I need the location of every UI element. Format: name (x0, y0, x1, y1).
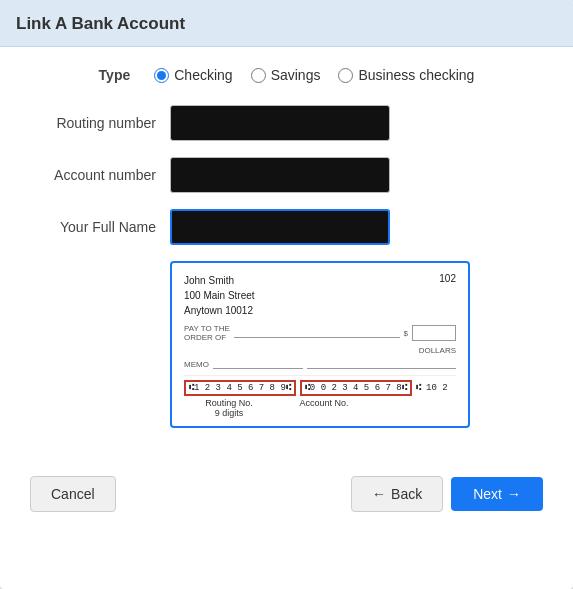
account-input[interactable] (170, 157, 390, 193)
back-button[interactable]: ← Back (351, 476, 443, 512)
next-label: Next (473, 486, 502, 502)
check-owner-name: John Smith (184, 273, 255, 288)
radio-checking-label: Checking (174, 67, 232, 83)
check-pay-line (234, 328, 400, 338)
account-label: Account number (30, 167, 170, 183)
check-pay-row: PAY TO THEORDER OF $ (184, 324, 456, 342)
micr-routing: ⑆1 2 3 4 5 6 7 8 9⑆ (184, 380, 296, 396)
micr-check: ⑆ 10 2 (416, 383, 448, 393)
check-image: John Smith 100 Main Street Anytown 10012… (170, 261, 470, 428)
check-labels-row: Routing No.9 digits Account No. (184, 398, 456, 418)
back-arrow-icon: ← (372, 486, 386, 502)
fullname-input[interactable] (170, 209, 390, 245)
check-top: John Smith 100 Main Street Anytown 10012… (184, 273, 456, 318)
dialog-body: Type Checking Savings Business checking … (0, 47, 573, 444)
fullname-label: Your Full Name (30, 219, 170, 235)
radio-savings-label: Savings (271, 67, 321, 83)
account-row: Account number (30, 157, 543, 193)
check-routing-label: Routing No.9 digits (184, 398, 274, 418)
back-label: Back (391, 486, 422, 502)
radio-savings-input[interactable] (251, 68, 266, 83)
footer-right-buttons: ← Back Next → (351, 476, 543, 512)
radio-business-label: Business checking (358, 67, 474, 83)
check-dollars-label: DOLLARS (184, 346, 456, 355)
dialog-header: Link A Bank Account (0, 0, 573, 47)
check-dollar-sign: $ (404, 329, 408, 338)
check-memo-line (213, 359, 303, 369)
fullname-row: Your Full Name (30, 209, 543, 245)
cancel-button[interactable]: Cancel (30, 476, 116, 512)
micr-account: ⑆0 0 2 3 4 5 6 7 8⑆ (300, 380, 412, 396)
check-sig-line (307, 359, 456, 369)
radio-business-input[interactable] (338, 68, 353, 83)
routing-row: Routing number (30, 105, 543, 141)
radio-savings[interactable]: Savings (251, 67, 321, 83)
next-button[interactable]: Next → (451, 477, 543, 511)
check-dollar-box (412, 325, 456, 341)
check-owner-info: John Smith 100 Main Street Anytown 10012 (184, 273, 255, 318)
check-account-label: Account No. (284, 398, 364, 418)
radio-checking[interactable]: Checking (154, 67, 232, 83)
check-pay-label: PAY TO THEORDER OF (184, 324, 230, 342)
dialog: Link A Bank Account Type Checking Saving… (0, 0, 573, 589)
check-memo-label: MEMO (184, 360, 209, 369)
check-address2: Anytown 10012 (184, 303, 255, 318)
dialog-title: Link A Bank Account (16, 14, 557, 34)
type-label: Type (99, 67, 131, 83)
dialog-footer: Cancel ← Back Next → (0, 460, 573, 532)
routing-label: Routing number (30, 115, 170, 131)
check-micr: ⑆1 2 3 4 5 6 7 8 9⑆ ⑆0 0 2 3 4 5 6 7 8⑆ … (184, 375, 456, 396)
check-number: 102 (439, 273, 456, 318)
next-arrow-icon: → (507, 486, 521, 502)
radio-business[interactable]: Business checking (338, 67, 474, 83)
cancel-label: Cancel (51, 486, 95, 502)
routing-input[interactable] (170, 105, 390, 141)
check-memo-row: MEMO (184, 359, 456, 369)
radio-checking-input[interactable] (154, 68, 169, 83)
type-row: Type Checking Savings Business checking (30, 67, 543, 83)
check-address1: 100 Main Street (184, 288, 255, 303)
